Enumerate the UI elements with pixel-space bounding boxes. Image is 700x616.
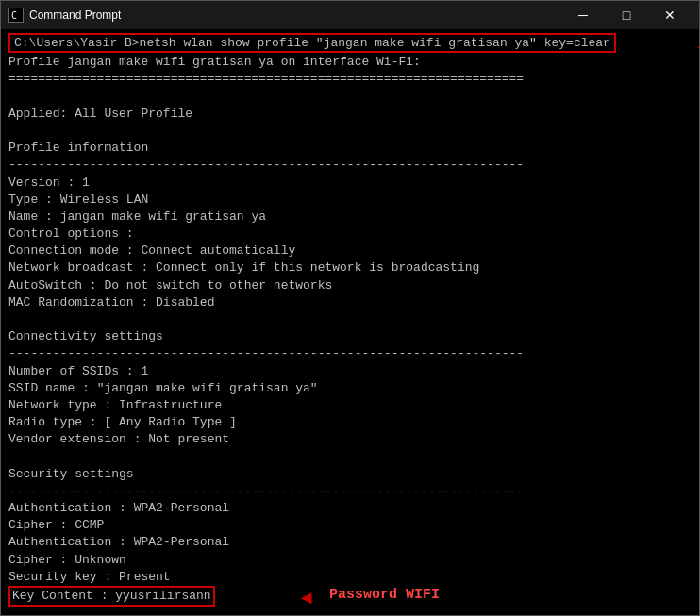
num-ssids-val: 1 bbox=[141, 364, 148, 378]
blank3 bbox=[8, 311, 692, 328]
cipher2-label: Cipher bbox=[8, 553, 53, 567]
command-prompt-window: C Command Prompt ─ □ ✕ C:\Users\Yasir B>… bbox=[0, 0, 700, 616]
mac-val: Disabled bbox=[156, 295, 214, 309]
net-type-sep: : bbox=[97, 398, 119, 412]
ctrl-row: Control options : bbox=[8, 225, 692, 242]
version-row: Version : 1 bbox=[8, 175, 692, 191]
mac-sep: : bbox=[134, 295, 156, 309]
section-conn: Connectivity settings bbox=[8, 328, 692, 345]
cipher1-row: Cipher : CCMP bbox=[8, 517, 692, 534]
name-row: Name : jangan make wifi gratisan ya bbox=[8, 208, 692, 225]
window-controls: ─ □ ✕ bbox=[561, 1, 692, 29]
dash1: ----------------------------------------… bbox=[8, 157, 692, 174]
netbroadcast-val: Connect only if this network is broadcas… bbox=[156, 260, 479, 275]
type-row: Type : Wireless LAN bbox=[8, 191, 692, 208]
name-label: Name bbox=[8, 209, 38, 224]
num-ssids-label: Number of SSIDs bbox=[8, 364, 119, 378]
dash2: ----------------------------------------… bbox=[8, 345, 692, 362]
title-bar: C Command Prompt ─ □ ✕ bbox=[1, 1, 699, 29]
autoswitch-sep: : bbox=[82, 278, 104, 292]
window-title: Command Prompt bbox=[29, 8, 121, 22]
keycontent-label: Key Content bbox=[12, 589, 93, 603]
auth1-sep: : bbox=[111, 501, 133, 515]
net-type-row: Network type : Infrastructure bbox=[8, 397, 692, 414]
version-val: 1 bbox=[82, 175, 90, 190]
cipher1-sep: : bbox=[53, 518, 75, 532]
svg-text:C: C bbox=[11, 10, 17, 21]
auth1-val: WPA2-Personal bbox=[134, 501, 229, 515]
terminal-content: C:\Users\Yasir B>netsh wlan show profile… bbox=[8, 35, 692, 615]
auth2-val: WPA2-Personal bbox=[134, 535, 229, 549]
auth2-label: Authentication bbox=[8, 535, 111, 549]
ssid-name-label: SSID name bbox=[8, 381, 75, 395]
conn-label: Connection mode bbox=[8, 243, 119, 258]
cipher1-label: Cipher bbox=[8, 518, 53, 532]
blank1 bbox=[8, 89, 692, 106]
conn-val: Connect automatically bbox=[141, 243, 295, 258]
ctrl-label: Control options bbox=[8, 226, 119, 241]
autoswitch-label: AutoSwitch bbox=[8, 278, 82, 292]
name-val: jangan make wifi gratisan ya bbox=[60, 209, 266, 224]
ssid-name-val: "jangan make wifi gratisan ya" bbox=[97, 381, 318, 395]
title-bar-left: C Command Prompt bbox=[8, 8, 121, 23]
radio-type-val: [ Any Radio Type ] bbox=[104, 415, 236, 429]
mac-label: MAC Randomization bbox=[8, 295, 134, 309]
keycontent-sep: : bbox=[93, 589, 115, 603]
seckey-row: Security key : Present bbox=[8, 569, 692, 586]
blank5 bbox=[8, 607, 692, 615]
dash3: ----------------------------------------… bbox=[8, 483, 692, 500]
autoswitch-row: AutoSwitch : Do not switch to other netw… bbox=[8, 277, 692, 294]
cipher2-sep: : bbox=[53, 553, 75, 567]
keycontent-arrow: ◄ bbox=[301, 586, 312, 612]
netbroadcast-row: Network broadcast : Connect only if this… bbox=[8, 259, 692, 276]
app-icon: C bbox=[8, 8, 24, 23]
ctrl-sep: : bbox=[119, 226, 134, 241]
vendor-row: Vendor extension : Not present bbox=[8, 431, 692, 448]
cipher2-val: Unknown bbox=[75, 553, 126, 567]
applied-line: Applied: All User Profile bbox=[8, 106, 692, 123]
version-label: Version bbox=[8, 175, 60, 190]
seckey-val: Present bbox=[119, 570, 171, 584]
auth2-row: Authentication : WPA2-Personal bbox=[8, 534, 692, 551]
command-row: C:\Users\Yasir B>netsh wlan show profile… bbox=[8, 35, 692, 52]
num-ssids-row: Number of SSIDs : 1 bbox=[8, 363, 692, 380]
radio-type-label: Radio type bbox=[8, 415, 82, 429]
section-security: Security settings bbox=[8, 466, 692, 483]
section-profile: Profile information bbox=[8, 140, 692, 157]
name-sep: : bbox=[38, 209, 59, 224]
version-sep: : bbox=[60, 175, 82, 190]
output-line1: Profile jangan make wifi gratisan ya on … bbox=[8, 54, 692, 71]
vendor-label: Vendor extension bbox=[8, 432, 126, 446]
minimize-button[interactable]: ─ bbox=[561, 1, 605, 29]
cipher1-val: CCMP bbox=[75, 518, 104, 532]
vendor-sep: : bbox=[126, 432, 148, 446]
separator1: ========================================… bbox=[8, 71, 692, 88]
net-type-label: Network type bbox=[8, 398, 97, 412]
type-val: Wireless LAN bbox=[60, 192, 149, 207]
conn-row: Connection mode : Connect automatically bbox=[8, 242, 692, 259]
keycontent-row: Key Content : yyusrilirsann ◄ Password W… bbox=[8, 586, 692, 607]
netbroadcast-label: Network broadcast bbox=[8, 260, 134, 275]
auth1-row: Authentication : WPA2-Personal bbox=[8, 500, 692, 517]
keycontent-val: yyusrilirsann bbox=[115, 589, 210, 603]
auth1-label: Authentication bbox=[8, 501, 111, 515]
cipher2-row: Cipher : Unknown bbox=[8, 552, 692, 569]
type-label: Type bbox=[8, 192, 38, 207]
net-type-val: Infrastructure bbox=[119, 398, 222, 412]
radio-type-row: Radio type : [ Any Radio Type ] bbox=[8, 414, 692, 431]
num-ssids-sep: : bbox=[119, 364, 141, 378]
radio-type-sep: : bbox=[82, 415, 104, 429]
ssid-name-row: SSID name : "jangan make wifi gratisan y… bbox=[8, 380, 692, 397]
type-sep: : bbox=[38, 192, 59, 207]
conn-sep: : bbox=[119, 243, 141, 258]
blank2 bbox=[8, 123, 692, 140]
terminal-body: C:\Users\Yasir B>netsh wlan show profile… bbox=[1, 29, 699, 615]
ssid-name-sep: : bbox=[75, 381, 96, 395]
mac-row: MAC Randomization : Disabled bbox=[8, 294, 692, 311]
close-button[interactable]: ✕ bbox=[648, 1, 692, 29]
auth2-sep: : bbox=[111, 535, 133, 549]
command-arrow: ◄ bbox=[697, 35, 699, 61]
autoswitch-val: Do not switch to other networks bbox=[104, 278, 332, 292]
password-wifi-label: Password WIFI bbox=[329, 585, 440, 605]
maximize-button[interactable]: □ bbox=[605, 1, 648, 29]
